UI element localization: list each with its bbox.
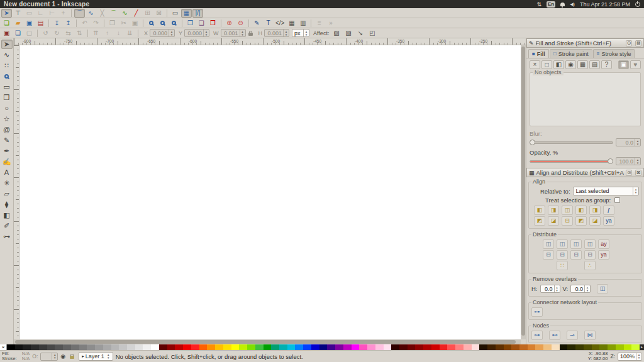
fill-rule-nonzero-button[interactable]: ▣ [618, 60, 629, 69]
distribute-centers-vertically-button[interactable]: ⊟ [557, 250, 568, 260]
palette-swatch[interactable] [31, 344, 39, 350]
open-document-button[interactable]: ▰ [13, 19, 23, 28]
unlink-clone-button[interactable]: ❒ [208, 19, 218, 28]
opacity-slider[interactable] [530, 160, 613, 163]
treat-as-group-checkbox[interactable] [614, 197, 620, 203]
pencil-tool[interactable]: ✎ [1, 136, 13, 145]
align-distribute-header[interactable]: ▦ Align and Distribute (Shift+Ctrl+A) ⊙ … [526, 168, 644, 177]
palette-swatch[interactable] [415, 344, 423, 350]
palette-swatch[interactable] [287, 344, 296, 350]
text-anchor-horizontal-button[interactable]: ƒ [603, 206, 614, 215]
palette-swatch[interactable] [207, 344, 215, 350]
align-right-to-left-anchor-button[interactable]: ◧ [534, 206, 545, 215]
zoom-page-button[interactable] [169, 19, 179, 28]
flat-color-button[interactable]: □ [541, 60, 552, 69]
palette-swatch[interactable] [496, 344, 504, 350]
palette-swatch[interactable] [575, 344, 584, 350]
palette-swatch[interactable] [47, 344, 55, 350]
palette-swatch[interactable] [487, 344, 496, 350]
palette-scroll-arrow[interactable]: ▸ [640, 344, 644, 350]
export-button[interactable]: ↥ [63, 19, 74, 28]
palette-swatch[interactable] [119, 344, 127, 350]
palette-swatch[interactable] [95, 344, 103, 350]
fill-stroke-indicator[interactable]: Fill: N/A Stroke: N/A [2, 351, 30, 361]
dropper-tool[interactable]: ✐ [1, 221, 13, 231]
move-patterns-toggle[interactable]: ▨ [343, 29, 353, 38]
palette-swatch[interactable] [455, 344, 464, 350]
vertical-scrollbar-thumb[interactable] [521, 47, 525, 336]
palette-swatch[interactable] [535, 344, 543, 350]
import-button[interactable]: ↧ [52, 19, 62, 28]
print-button[interactable]: ▤ [35, 19, 46, 28]
radial-gradient-button[interactable]: ◉ [565, 60, 576, 69]
palette-swatch[interactable] [7, 344, 15, 350]
snap-guides-button[interactable]: |/| [192, 9, 203, 18]
lock-ratio-icon[interactable] [248, 33, 253, 36]
palette-swatch[interactable] [135, 344, 143, 350]
distribute-nodes-horizontal-button[interactable]: ⊸ [567, 331, 578, 340]
palette-swatch[interactable] [264, 344, 272, 350]
swatch-button[interactable]: ▤ [589, 60, 600, 69]
palette-swatch[interactable] [327, 344, 335, 350]
align-top-to-bottom-anchor-button[interactable]: ◪ [589, 216, 601, 226]
palette-swatch[interactable] [279, 344, 287, 350]
distribute-left-edges-button[interactable]: ◫ [543, 239, 554, 249]
align-nodes-vertical-button[interactable]: ⊷ [549, 331, 560, 340]
align-bottom-edges-button[interactable]: ◩ [575, 216, 587, 226]
palette-swatch[interactable] [472, 344, 480, 350]
create-clone-button[interactable]: ❑ [196, 19, 207, 28]
scale-corners-toggle[interactable]: ◰ [367, 29, 377, 38]
palette-swatch[interactable] [215, 344, 223, 350]
distribute-centers-horizontally-button[interactable]: ◫ [557, 239, 568, 249]
zoom-input[interactable]: 100% [618, 353, 642, 361]
vertical-scrollbar[interactable] [521, 45, 526, 339]
palette-swatch[interactable] [511, 344, 519, 350]
notifications-icon[interactable] [560, 3, 565, 6]
distribute-top-edges-button[interactable]: ⊟ [543, 250, 554, 260]
opacity-slider-knob[interactable] [608, 158, 613, 164]
snap-grid-button[interactable]: ▦ [181, 9, 192, 18]
palette-swatch[interactable] [223, 344, 231, 350]
palette-swatch[interactable] [423, 344, 431, 350]
palette-swatch[interactable] [608, 344, 616, 350]
palette-swatch[interactable] [111, 344, 119, 350]
palette-swatch[interactable] [616, 344, 624, 350]
palette-swatch[interactable] [143, 344, 151, 350]
center-horizontal-axis-button[interactable]: ⊟ [562, 216, 573, 226]
fill-rule-evenodd-button[interactable]: ♥ [630, 60, 641, 69]
palette-swatch[interactable] [295, 344, 303, 350]
layer-select[interactable]: Layer 1 [79, 352, 113, 361]
keyboard-layout-indicator[interactable]: En [547, 1, 555, 8]
unknown-paint-button[interactable]: ? [601, 60, 612, 69]
snap-page-border-button[interactable]: ▭ [170, 9, 180, 18]
snap-smooth-nodes-button[interactable]: ∿ [119, 9, 130, 18]
text-tool[interactable]: A [1, 168, 13, 177]
randomize-centers-button[interactable]: ∴ [584, 261, 596, 270]
palette-swatch[interactable] [303, 344, 311, 350]
palette-swatch[interactable] [479, 344, 487, 350]
xml-editor-button[interactable]: </> [274, 19, 286, 28]
tab-fill[interactable]: ■ Fill [528, 49, 549, 58]
network-icon[interactable]: ⇅ [536, 1, 541, 8]
overlap-h-input[interactable]: 0.0 [540, 285, 560, 293]
zoom-tool[interactable] [1, 72, 13, 81]
calligraphy-tool[interactable]: ✍ [1, 157, 13, 167]
palette-swatch[interactable] [39, 344, 47, 350]
power-icon[interactable] [635, 2, 640, 7]
fill-stroke-dialog-button[interactable]: ✎ [252, 19, 262, 28]
palette-swatch[interactable] [311, 344, 319, 350]
palette-swatch[interactable] [519, 344, 528, 350]
unit-select[interactable]: px [292, 29, 309, 37]
align-iconify-button[interactable]: ⊙ [626, 170, 632, 176]
distribute-text-anchors-button[interactable]: ay [598, 239, 609, 249]
new-document-button[interactable]: ❏ [1, 19, 12, 28]
palette-swatch[interactable] [183, 344, 191, 350]
drawing-canvas[interactable] [19, 45, 521, 339]
overlap-v-input[interactable]: 0.0 [570, 285, 591, 293]
distribute-nodes-vertical-button[interactable]: ⋈ [584, 331, 596, 340]
palette-swatch[interactable] [255, 344, 264, 350]
no-paint-button[interactable]: × [530, 60, 540, 69]
distribute-bottom-edges-button[interactable]: ⊟ [570, 250, 582, 260]
ungroup-button[interactable]: ⊖ [235, 19, 246, 28]
palette-swatch[interactable] [567, 344, 575, 350]
